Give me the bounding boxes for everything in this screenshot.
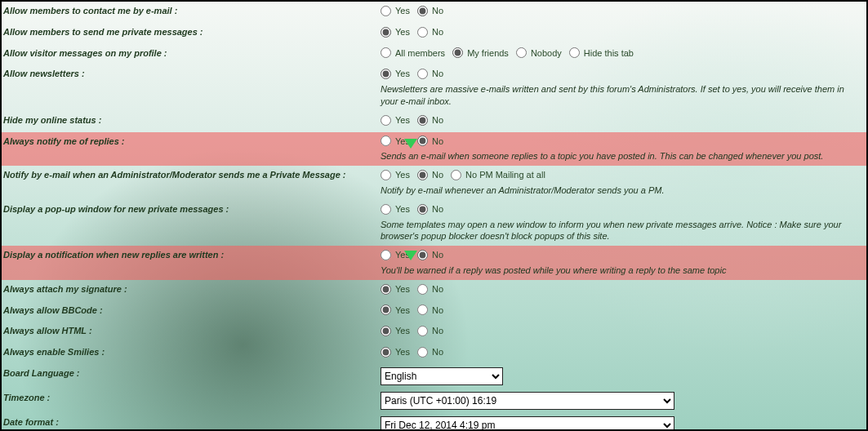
label-date-format: Date format : (3, 416, 381, 429)
label-attach-sig: Always attach my signature : (3, 283, 381, 295)
label-admin-pm-mail: Notify by e-mail when an Administrator/M… (3, 169, 381, 181)
label-notify-replies: Always notify me of replies : (3, 136, 381, 148)
row-hide-online: Hide my online status : Yes No (2, 111, 866, 132)
select-date-format[interactable]: Fri Dec 12, 2014 4:19 pm (381, 416, 674, 431)
row-timezone: Timezone : Paris (UTC +01:00) 16:19 (2, 389, 866, 413)
label-allow-html: Always allow HTML : (3, 325, 381, 337)
label-contact-email: Allow members to contact me by e-mail : (3, 5, 381, 17)
desc-admin-pm-mail: Notify by e-mail whenever an Administrat… (381, 184, 863, 197)
select-board-language[interactable]: English (381, 367, 503, 385)
row-date-format: Date format : Fri Dec 12, 2014 4:19 pm C… (2, 413, 866, 431)
radio-notif-new-replies[interactable]: Yes No (381, 249, 448, 261)
radio-popup-new-pm[interactable]: Yes No (381, 203, 448, 216)
row-admin-pm-mail: Notify by e-mail when an Administrator/M… (2, 166, 866, 200)
row-notify-replies: Always notify me of replies : Yes No Sen… (2, 132, 866, 167)
radio-private-msg[interactable]: Yes No (381, 26, 448, 38)
row-private-msg: Allow members to send me private message… (2, 23, 866, 44)
radio-allow-bbcode[interactable]: Yes No (381, 304, 448, 317)
label-board-language: Board Language : (3, 367, 381, 380)
label-newsletters: Allow newsletters : (3, 68, 381, 80)
radio-notify-replies[interactable]: Yes No (381, 136, 448, 148)
label-visitor-msg: Allow visitor messages on my profile : (3, 47, 381, 60)
radio-allow-html[interactable]: Yes No (381, 325, 448, 337)
label-enable-smilies: Always enable Smilies : (3, 346, 381, 358)
row-attach-sig: Always attach my signature : Yes No (2, 280, 866, 301)
row-visitor-msg: Allow visitor messages on my profile : A… (2, 44, 866, 65)
desc-popup-new-pm: Some templates may open a new window to … (381, 219, 863, 243)
label-private-msg: Allow members to send me private message… (3, 26, 381, 38)
row-allow-html: Always allow HTML : Yes No (2, 322, 866, 343)
row-notif-new-replies: Display a notification when new replies … (2, 246, 866, 280)
label-allow-bbcode: Always allow BBCode : (3, 304, 381, 317)
label-popup-new-pm: Display a pop-up window for new private … (3, 203, 381, 216)
radio-contact-email[interactable]: Yes No (381, 5, 448, 17)
label-notif-new-replies: Display a notification when new replies … (3, 249, 381, 261)
label-hide-online: Hide my online status : (3, 114, 381, 127)
radio-visitor-msg[interactable]: All members My friends Nobody Hide this … (381, 47, 639, 60)
radio-enable-smilies[interactable]: Yes No (381, 346, 448, 358)
desc-notif-new-replies: You'll be warned if a reply was posted w… (381, 264, 863, 277)
row-board-language: Board Language : English (2, 364, 866, 389)
radio-admin-pm-mail[interactable]: Yes No No PM Mailing at all (381, 169, 550, 181)
label-timezone: Timezone : (3, 392, 381, 404)
desc-newsletters: Newsletters are massive e-mails written … (381, 83, 863, 108)
desc-notify-replies: Sends an e-mail when someone replies to … (381, 150, 863, 162)
select-timezone[interactable]: Paris (UTC +01:00) 16:19 (381, 392, 674, 410)
radio-attach-sig[interactable]: Yes No (381, 283, 448, 295)
radio-newsletters[interactable]: Yes No (381, 68, 448, 80)
row-popup-new-pm: Display a pop-up window for new private … (2, 200, 866, 246)
row-enable-smilies: Always enable Smilies : Yes No (2, 343, 866, 364)
row-newsletters: Allow newsletters : Yes No Newsletters a… (2, 64, 866, 110)
row-contact-email: Allow members to contact me by e-mail : … (2, 2, 866, 23)
radio-hide-online[interactable]: Yes No (381, 114, 448, 127)
row-allow-bbcode: Always allow BBCode : Yes No (2, 301, 866, 322)
